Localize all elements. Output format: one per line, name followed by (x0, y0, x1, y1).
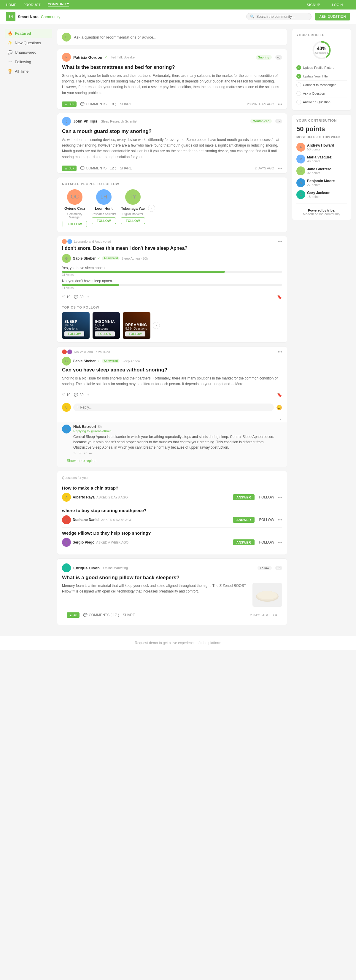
upvote-button-1[interactable]: ▲ 309 (62, 102, 76, 107)
contrib-avatar-3: J (296, 167, 305, 175)
tag-mouthpiece[interactable]: Mouthpiece (250, 119, 272, 123)
upvote-button-2[interactable]: ▲ 357 (62, 165, 76, 171)
pillow-title[interactable]: What is a good snoring pillow for back s… (62, 575, 282, 581)
apnea-like-button[interactable]: ♡ 19 (62, 393, 70, 397)
qfy-item-1: How to make a chin strap? A Alberto Raya… (62, 482, 282, 505)
pillow-tag[interactable]: Follow (257, 566, 272, 570)
answer-button-1[interactable]: ANSWER (233, 494, 254, 500)
page-footer: Request demo to get a live experience of… (0, 636, 356, 650)
sidebar-item-all-time[interactable]: 🏆 All Time (5, 67, 52, 76)
reply-input[interactable] (73, 404, 274, 411)
poll-option-label-1: Yes, you have sleep apnea. (62, 266, 282, 270)
topics-next-button[interactable]: › (153, 322, 160, 329)
qfy-question-1[interactable]: How to make a chin strap? (62, 485, 282, 490)
contrib-points-3: 32 points (307, 171, 331, 175)
logo[interactable]: SN Smart Nora Community (6, 12, 60, 21)
share-button-1[interactable]: SHARE (120, 102, 132, 106)
answer-button-3[interactable]: ANSWER (233, 539, 254, 545)
post-title-mattress[interactable]: What is the best mattress and bed for sn… (57, 64, 287, 73)
search-icon: 🔍 (250, 14, 254, 19)
pillow-post: E Enrique Olson Online Marketing Follow … (57, 558, 287, 625)
pillow-footer: ▲ 48 💬 COMMENTS (17) SHARE 2 DAYS AGO ••… (62, 610, 282, 620)
contributor-4: B Benjamin Moore 27 points (296, 177, 347, 189)
nav-signup[interactable]: SIGNUP (307, 3, 320, 6)
apnea-share-button[interactable]: ↑ (87, 393, 89, 397)
qfy-follow-1[interactable]: FOLLOW (259, 495, 275, 500)
topics-title: TOPICS TO FOLLOW (62, 305, 282, 309)
topics-row: SLEEP 19,654 Questions FOLLOW INSOMNIA 1… (62, 312, 150, 339)
comment-like[interactable]: ♡ (73, 451, 76, 455)
more-options-button-2[interactable]: ••• (278, 166, 282, 170)
ask-input[interactable] (74, 35, 282, 40)
show-more-replies[interactable]: Show more replies (62, 458, 282, 464)
profile-completion: 40% Completed (296, 40, 347, 60)
qfy-more-2[interactable]: ••• (278, 517, 282, 522)
poll-bar-bg-1 (62, 271, 282, 273)
nav-login[interactable]: LOGIN (332, 3, 343, 6)
sidebar-item-unanswered[interactable]: 💬 Unanswered (5, 48, 52, 57)
topic-name-dreaming: DREAMING (125, 323, 148, 327)
poll-footer: ♡ 19 💬 39 ↑ 🔖 (57, 292, 287, 302)
qfy-more-3[interactable]: ••• (278, 540, 282, 545)
profile-action-ask[interactable]: Ask a Question (296, 89, 347, 98)
sidebar-item-following[interactable]: ••• Following (5, 57, 52, 66)
notable-name-3: Tokunaga Yae (121, 207, 145, 211)
pillow-share[interactable]: SHARE (123, 613, 135, 617)
pillow-more-options[interactable]: ••• (273, 612, 277, 617)
follow-button-2[interactable]: FOLLOW (92, 218, 116, 224)
notable-next-button[interactable]: › (148, 205, 155, 212)
comment-dislike[interactable]: ♡ (79, 451, 81, 455)
topic-follow-sleep[interactable]: FOLLOW (64, 331, 84, 336)
nav-product[interactable]: PRODUCT (24, 3, 41, 6)
emoji-button[interactable]: 😊 (276, 405, 282, 410)
apnea-bookmark-button[interactable]: 🔖 (277, 393, 282, 397)
apnea-title[interactable]: Can you have sleep apnea without snoring… (57, 367, 287, 375)
comment-reply[interactable]: ↩ (84, 451, 87, 455)
qfy-question-3[interactable]: Wedge Pillow: Do they help stop snoring? (62, 530, 282, 536)
pillow-comments[interactable]: 💬 COMMENTS (17) (83, 613, 119, 617)
comments-button-1[interactable]: 💬 COMMENTS (18) (80, 102, 116, 106)
ask-question-button[interactable]: ASK QUESTION (315, 13, 350, 21)
poll-comment-button[interactable]: 💬 39 (74, 295, 83, 299)
pillow-image (253, 583, 282, 607)
poll-bookmark-button[interactable]: 🔖 (277, 294, 282, 299)
topic-follow-insomnia[interactable]: FOLLOW (95, 331, 115, 336)
pillow-body: Memory foam is a firm material that will… (62, 583, 282, 607)
poll-share-button[interactable]: ↑ (87, 295, 89, 299)
apnea-more-options[interactable]: ••• (278, 350, 282, 354)
profile-action-answer[interactable]: Answer a Question (296, 98, 347, 106)
qfy-follow-2[interactable]: FOLLOW (259, 518, 275, 522)
pillow-author-avatar: E (62, 563, 71, 572)
qfy-meta-3: S Sergio Plego ASKED A WEEK AGO ANSWER F… (62, 538, 282, 547)
profile-action-messenger[interactable]: Connect to Messenger (296, 81, 347, 89)
sidebar-item-new-questions[interactable]: ✨ New Questions (5, 38, 52, 47)
apnea-comment-button[interactable]: 💬 39 (74, 393, 83, 397)
qfy-more-1[interactable]: ••• (278, 495, 282, 500)
comments-button-2[interactable]: 💬 COMMENTS (12) (80, 166, 116, 170)
sidebar-item-featured[interactable]: 🔥 Featured (5, 29, 52, 38)
comment-more[interactable]: ••• (89, 452, 92, 455)
follow-button-1[interactable]: FOLLOW (63, 221, 87, 227)
qfy-question-2[interactable]: where to buy stop snoring mouthpiece? (62, 508, 282, 513)
trophy-icon: 🏆 (8, 69, 13, 73)
tag-count-2: +2 (275, 119, 282, 123)
tag-snoring[interactable]: Snoring (256, 55, 272, 60)
nav-home[interactable]: HOME (6, 3, 16, 6)
search-input[interactable] (256, 14, 308, 19)
poll-question[interactable]: I don't snore. Does this mean I don't ha… (57, 244, 287, 254)
right-sidebar: YOUR PROFILE 40% Completed ✓ Upload Pr (292, 29, 351, 629)
apnea-answerer-avatar: G (62, 356, 71, 366)
answer-button-2[interactable]: ANSWER (233, 517, 254, 523)
qfy-follow-3[interactable]: FOLLOW (259, 540, 275, 544)
notable-avatar-3: TY (125, 189, 141, 205)
follow-button-3[interactable]: FOLLOW (121, 218, 145, 224)
share-button-2[interactable]: SHARE (120, 166, 132, 170)
topic-follow-dreaming[interactable]: FOLLOW (125, 331, 145, 336)
more-options-button-1[interactable]: ••• (278, 102, 282, 107)
nav-community[interactable]: COMMUNITY (48, 2, 69, 7)
collapse-button[interactable]: ⌄ (278, 416, 282, 421)
pillow-upvote[interactable]: ▲ 48 (67, 612, 79, 618)
poll-more-options[interactable]: ••• (278, 239, 282, 244)
post-title-mouthguard[interactable]: Can a mouth guard stop my snoring? (57, 128, 287, 137)
poll-like-button[interactable]: ♡ 19 (62, 295, 70, 299)
